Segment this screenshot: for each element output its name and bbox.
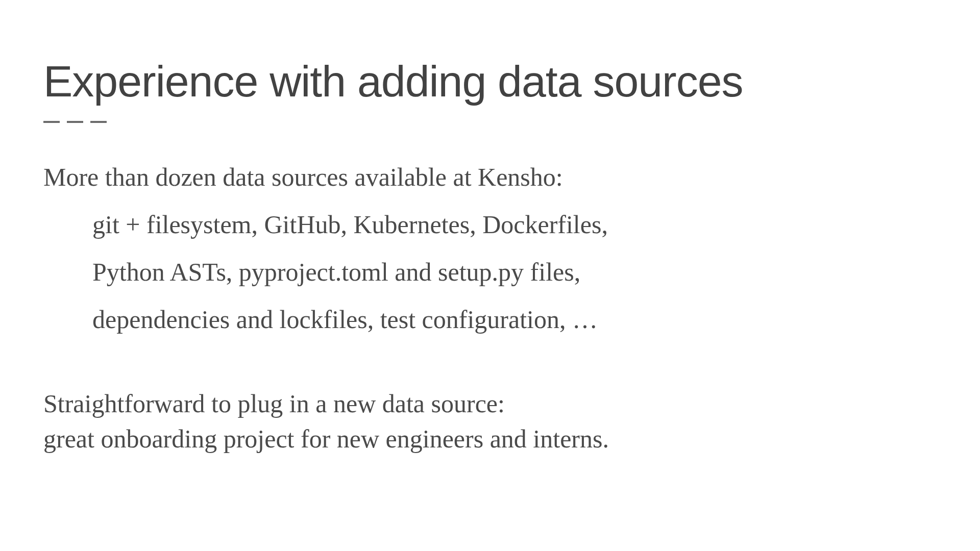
title-divider: [43, 121, 937, 123]
dash-icon: [67, 121, 83, 123]
dash-icon: [90, 121, 107, 123]
list-line: git + filesystem, GitHub, Kubernetes, Do…: [43, 207, 937, 242]
slide-container: Experience with adding data sources More…: [0, 0, 980, 551]
slide-body: More than dozen data sources available a…: [43, 160, 937, 457]
para2-line2: great onboarding project for new enginee…: [43, 421, 937, 457]
list-line: Python ASTs, pyproject.toml and setup.py…: [43, 255, 937, 290]
para2-line1: Straightforward to plug in a new data so…: [43, 386, 937, 421]
list-line: dependencies and lockfiles, test configu…: [43, 302, 937, 337]
dash-icon: [43, 121, 60, 123]
paragraph-2: Straightforward to plug in a new data so…: [43, 386, 937, 457]
slide-title: Experience with adding data sources: [43, 56, 937, 107]
intro-line: More than dozen data sources available a…: [43, 160, 937, 195]
